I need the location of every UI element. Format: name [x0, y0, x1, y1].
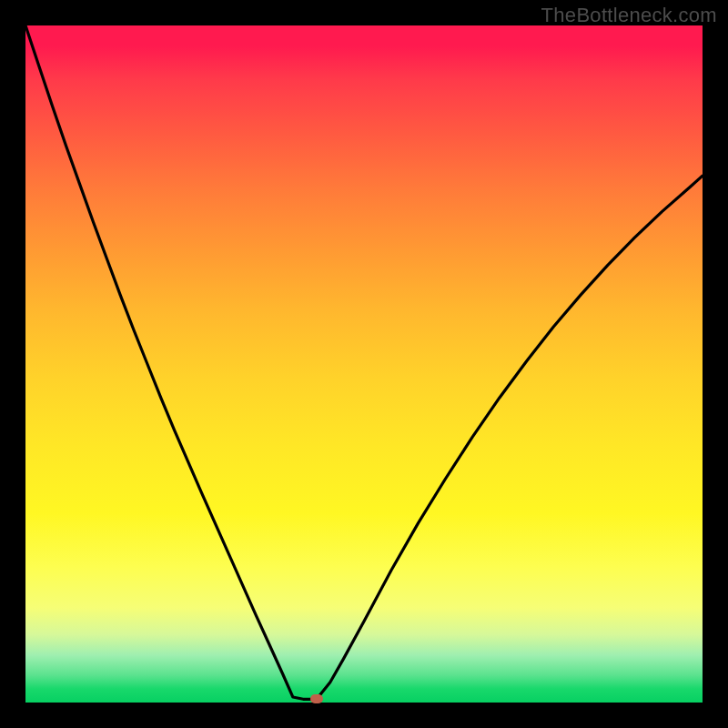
minimum-marker — [310, 694, 323, 703]
bottleneck-curve — [25, 25, 703, 703]
chart-frame: TheBottleneck.com — [0, 0, 728, 728]
chart-plot-area — [25, 25, 703, 703]
watermark-text: TheBottleneck.com — [541, 4, 717, 27]
